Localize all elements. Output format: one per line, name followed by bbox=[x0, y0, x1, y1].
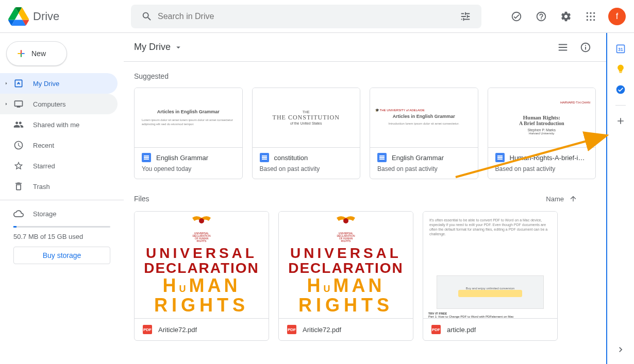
sidebar-item-starred[interactable]: Starred bbox=[0, 155, 118, 176]
avatar[interactable]: f bbox=[608, 8, 626, 25]
recent-icon bbox=[13, 140, 24, 150]
sidebar-item-trash[interactable]: Trash bbox=[0, 176, 118, 197]
svg-point-9 bbox=[199, 218, 204, 223]
file-name: Ariticle72.pdf bbox=[158, 326, 197, 334]
ready-offline-icon[interactable] bbox=[506, 6, 527, 27]
sidebar-label: My Drive bbox=[33, 80, 59, 88]
suggested-card[interactable]: HARVARD T.H.CHANHuman Rights:A Brief Int… bbox=[488, 88, 596, 179]
svg-point-8 bbox=[593, 19, 595, 21]
storage-bar bbox=[13, 226, 110, 228]
pdf-icon: PDF bbox=[287, 325, 296, 334]
sidebar-label: Computers bbox=[33, 100, 66, 108]
collapse-panel-icon[interactable] bbox=[610, 339, 631, 360]
suggested-heading: Suggested bbox=[134, 72, 596, 80]
star-icon bbox=[13, 161, 24, 171]
card-subtitle: Based on past activity bbox=[495, 165, 589, 172]
add-on-icon[interactable] bbox=[615, 116, 626, 126]
sidebar-item-computers[interactable]: Computers bbox=[0, 94, 118, 114]
settings-icon[interactable] bbox=[556, 6, 576, 27]
drive-logo-icon bbox=[8, 6, 29, 27]
logo-area[interactable]: Drive bbox=[8, 6, 131, 27]
new-label: New bbox=[31, 49, 46, 58]
svg-point-0 bbox=[587, 12, 588, 13]
sidebar-item-mydrive[interactable]: My Drive bbox=[0, 73, 118, 94]
calendar-icon[interactable]: 31 bbox=[615, 43, 626, 54]
help-icon[interactable] bbox=[531, 6, 552, 27]
file-card[interactable]: It's often essential to be able to conve… bbox=[423, 211, 558, 341]
svg-point-6 bbox=[587, 19, 588, 21]
keep-icon[interactable] bbox=[615, 64, 626, 74]
sidebar-item-storage[interactable]: Storage bbox=[0, 203, 118, 224]
sidebar-label: Starred bbox=[33, 162, 55, 170]
shared-icon bbox=[13, 119, 24, 130]
docs-icon bbox=[377, 153, 387, 162]
drive-icon bbox=[13, 78, 24, 89]
breadcrumb-label: My Drive bbox=[134, 42, 171, 53]
suggested-card[interactable]: 🎓 THE UNIVERSITY of ADELAIDEArticles in … bbox=[370, 88, 478, 179]
search-input[interactable] bbox=[158, 12, 455, 21]
apps-icon[interactable] bbox=[580, 6, 601, 27]
suggested-card[interactable]: THETHE CONSTITUTIONof the United States … bbox=[252, 88, 361, 179]
svg-point-13 bbox=[616, 85, 625, 94]
svg-point-3 bbox=[587, 15, 588, 17]
file-preview: UNIVERSALDECLARATIONOF HUMANRIGHTSUNIVER… bbox=[135, 212, 269, 319]
card-title: English Grammar bbox=[392, 154, 444, 162]
file-name: Ariticle72.pdf bbox=[303, 326, 341, 334]
search-options-icon[interactable] bbox=[460, 11, 471, 22]
svg-point-7 bbox=[590, 19, 591, 21]
plus-icon bbox=[16, 48, 26, 59]
brand-text: Drive bbox=[33, 10, 59, 23]
chevron-right-icon bbox=[3, 101, 9, 107]
chevron-down-icon bbox=[174, 43, 183, 52]
sidebar-label: Recent bbox=[33, 142, 54, 149]
svg-point-10 bbox=[343, 218, 348, 223]
file-card[interactable]: UNIVERSALDECLARATIONOF HUMANRIGHTSUNIVER… bbox=[134, 211, 269, 341]
card-title: English Grammar bbox=[156, 154, 208, 162]
new-button[interactable]: New bbox=[6, 41, 67, 66]
trash-icon bbox=[13, 181, 24, 192]
pdf-icon: PDF bbox=[431, 325, 441, 334]
svg-text:31: 31 bbox=[618, 47, 623, 52]
search-icon bbox=[141, 11, 153, 22]
arrow-up-icon bbox=[569, 195, 577, 203]
search-bar[interactable] bbox=[131, 5, 481, 28]
sidebar-item-shared[interactable]: Shared with me bbox=[0, 114, 118, 135]
sidebar-item-recent[interactable]: Recent bbox=[0, 135, 118, 155]
sidebar-label: Storage bbox=[33, 210, 57, 218]
card-title: constitution bbox=[274, 154, 308, 162]
storage-text: 50.7 MB of 15 GB used bbox=[0, 233, 124, 240]
card-title: Human-Rights-A-brief-in… bbox=[510, 154, 589, 162]
file-preview: Articles in English GrammarLorem ipsum d… bbox=[135, 88, 242, 148]
tasks-icon[interactable] bbox=[615, 84, 626, 95]
sidebar-label: Shared with me bbox=[33, 121, 79, 129]
svg-point-5 bbox=[593, 15, 595, 17]
breadcrumb[interactable]: My Drive bbox=[134, 42, 183, 53]
docs-icon bbox=[142, 153, 151, 162]
file-preview: HARVARD T.H.CHANHuman Rights:A Brief Int… bbox=[488, 88, 596, 148]
docs-icon bbox=[495, 153, 505, 162]
details-icon[interactable] bbox=[575, 37, 596, 58]
sort-button[interactable]: Name bbox=[546, 195, 596, 203]
sort-label: Name bbox=[546, 195, 564, 203]
chevron-right-icon bbox=[3, 80, 9, 86]
list-view-icon[interactable] bbox=[553, 37, 573, 58]
svg-point-2 bbox=[593, 12, 595, 13]
suggested-card[interactable]: Articles in English GrammarLorem ipsum d… bbox=[134, 88, 243, 179]
file-preview: 🎓 THE UNIVERSITY of ADELAIDEArticles in … bbox=[370, 88, 478, 148]
buy-storage-button[interactable]: Buy storage bbox=[13, 247, 110, 264]
card-subtitle: Based on past activity bbox=[260, 165, 353, 172]
docs-icon bbox=[260, 153, 269, 162]
pdf-icon: PDF bbox=[143, 325, 152, 334]
card-subtitle: Based on past activity bbox=[377, 165, 471, 172]
files-heading: Files bbox=[134, 195, 149, 203]
cloud-icon bbox=[13, 209, 24, 219]
file-preview: It's often essential to be able to conve… bbox=[423, 212, 557, 319]
svg-point-4 bbox=[590, 15, 591, 17]
file-card[interactable]: UNIVERSALDECLARATIONOF HUMANRIGHTSUNIVER… bbox=[278, 211, 413, 341]
file-preview: THETHE CONSTITUTIONof the United States bbox=[253, 88, 360, 148]
card-subtitle: You opened today bbox=[142, 165, 235, 172]
sidebar-label: Trash bbox=[33, 183, 50, 190]
computers-icon bbox=[13, 99, 24, 109]
file-preview: UNIVERSALDECLARATIONOF HUMANRIGHTSUNIVER… bbox=[279, 212, 413, 319]
svg-point-1 bbox=[590, 12, 591, 13]
